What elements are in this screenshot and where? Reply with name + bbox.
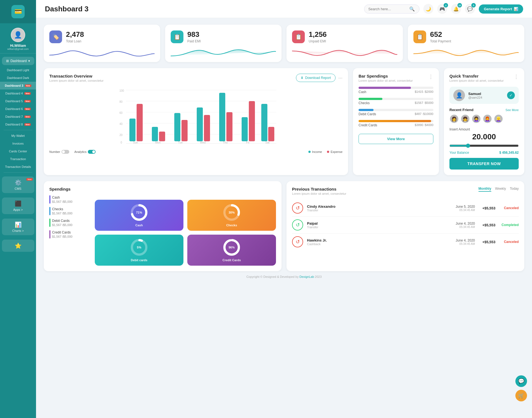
sidebar-item-dashboard8[interactable]: Dashboard 8 New <box>0 120 36 128</box>
footer: Copyright © Designed & Developed by Dexi… <box>44 271 524 282</box>
dashboard-dropdown-btn[interactable]: ⊞ Dashboard ▾ <box>2 57 34 65</box>
spending-debit-item: Debit Cards $1,567 /$5,000 <box>49 219 88 227</box>
sidebar-item-transaction-details[interactable]: Transaction Details <box>0 163 36 171</box>
friend-avatar-4[interactable]: 👩‍🦰 <box>483 114 492 124</box>
generate-report-button[interactable]: Generate Report 📊 <box>479 4 523 14</box>
sidebar-item-dashboard3[interactable]: Dashboard 3 New <box>0 82 36 89</box>
bar-spendings-subtitle: Lorem ipsum dolor sit amet, consectetur <box>359 79 413 82</box>
sidebar-item-dashboard5[interactable]: Dashboard 5 New <box>0 97 36 105</box>
page-title: Dashboard 3 <box>45 5 89 13</box>
tab-weekly[interactable]: Weekly <box>495 187 506 192</box>
sidebar-cms[interactable]: ⚙️ CMS New <box>2 176 34 193</box>
username: Hi,William <box>10 44 26 48</box>
txn-icon-1: ↺ <box>292 202 303 214</box>
svg-text:30%: 30% <box>229 211 235 214</box>
friend-avatar-5[interactable]: 👱‍♀️ <box>494 114 503 124</box>
txn-info-1: Cindy Alexandro Transfer <box>307 204 336 212</box>
txn-type-2: Transfer <box>307 225 318 229</box>
total-payment-sparkline <box>413 45 519 61</box>
friend-avatar-1[interactable]: 👩 <box>449 114 459 124</box>
download-icon: ⬇ <box>301 76 303 80</box>
txn-info-2: Paipal Transfer <box>307 221 318 229</box>
stat-card-unpaid-emi: 📋 1,256 Unpaid EMI <box>287 25 403 62</box>
star-icon: ⭐ <box>15 242 22 249</box>
transaction-overview-card: Transaction Overview Lorem ipsum dolor s… <box>44 68 348 175</box>
unpaid-emi-sparkline <box>292 45 397 61</box>
view-more-button[interactable]: View More <box>359 134 433 144</box>
header-right: 🔍 🌙 🎮 2 🔔 12 💬 5 Generate Report 📊 <box>364 4 523 14</box>
amount-slider[interactable] <box>449 143 519 148</box>
quick-transfer-more-btn[interactable]: ⋮ <box>514 74 519 80</box>
svg-rect-19 <box>129 119 135 141</box>
analytics-toggle[interactable] <box>88 150 96 154</box>
txn-type-1: Transfer <box>307 209 336 212</box>
tab-today[interactable]: Today <box>510 187 519 192</box>
download-report-button[interactable]: ⬇ Download Report <box>296 74 336 82</box>
float-support-btn[interactable]: 💬 <box>515 375 527 387</box>
sidebar-item-my-wallet[interactable]: My Wallet <box>0 132 36 140</box>
spendings-circles: 71% Cash 30% Checks <box>95 200 276 266</box>
notifications-btn[interactable]: 🎮 2 <box>437 4 447 14</box>
notif-badge-3: 5 <box>471 3 476 7</box>
messages-btn[interactable]: 💬 5 <box>465 4 475 14</box>
debit-circle-label: Debit cards <box>131 258 147 262</box>
total-loan-label: Total Loan <box>66 39 84 43</box>
stat-card-total-loan: 🏷️ 2,478 Total Loan <box>44 25 160 62</box>
search-bar: 🔍 <box>364 4 420 14</box>
footer-brand-link[interactable]: DexignLab <box>300 275 314 278</box>
sidebar-charts[interactable]: 📊 Charts > <box>2 219 34 235</box>
transfer-user-card: 👤 Samuel @sam224 ✓ <box>449 87 519 104</box>
svg-text:60: 60 <box>119 111 123 114</box>
more-options-btn[interactable]: ··· <box>338 75 342 81</box>
txn-info-3: Hawkins Jr. Cashback <box>307 238 327 246</box>
sidebar-item-label: Dashboard 3 <box>5 84 23 87</box>
sidebar-item-dashboard7[interactable]: Dashboard 7 New <box>0 113 36 120</box>
svg-text:80: 80 <box>119 100 123 103</box>
new-badge: New <box>24 116 30 118</box>
tab-monthly[interactable]: Monthly <box>479 187 491 192</box>
spending-item-cash-amounts: $1,567 /$5,000 <box>52 200 72 203</box>
expense-legend-label: Expense <box>331 150 342 153</box>
svg-rect-28 <box>181 120 188 141</box>
transaction-item-3: ↺ Hawkins Jr. Cashback June 4, 2020 05:3… <box>292 234 519 250</box>
float-cart-btn[interactable]: 🛒 <box>515 390 527 401</box>
main-grid: Transaction Overview Lorem ipsum dolor s… <box>44 68 524 175</box>
number-toggle[interactable] <box>62 150 69 154</box>
sidebar-item-cards-center[interactable]: Cards Center <box>0 147 36 155</box>
friend-avatar-3[interactable]: 👩‍🦱 <box>472 114 481 124</box>
logo-icon[interactable]: 💳 <box>11 5 25 18</box>
new-badge: New <box>24 108 30 110</box>
sidebar-item-transaction[interactable]: Transaction <box>0 155 36 163</box>
see-more-link[interactable]: See More <box>505 108 519 112</box>
quick-transfer-card: Quick Transfer Lorem ipsum dolor sit ame… <box>444 68 524 175</box>
svg-text:100: 100 <box>119 89 124 92</box>
svg-rect-32 <box>268 127 274 141</box>
total-payment-icon: 📋 <box>413 30 426 43</box>
sidebar-item-dashboard6[interactable]: Dashboard 6 New <box>0 105 36 113</box>
recent-friend-title: Recent Friend <box>449 108 474 112</box>
svg-text:5%: 5% <box>137 246 141 249</box>
friend-avatar-2[interactable]: 👧 <box>461 114 470 124</box>
unpaid-emi-icon: 📋 <box>292 30 305 43</box>
sidebar-apps[interactable]: ⬛ Apps > <box>2 198 34 214</box>
sidebar-item-dashboard4[interactable]: Dashboard 4 New <box>0 89 36 97</box>
sidebar-item-label: My Wallet <box>11 134 25 137</box>
floating-buttons: 💬 🛒 <box>515 375 527 401</box>
sidebar-item-dashboard-dark[interactable]: Dashboard Dark <box>0 74 36 82</box>
sidebar-item-dashboard-light[interactable]: Dashboard Light <box>0 66 36 74</box>
theme-toggle-btn[interactable]: 🌙 <box>423 4 433 14</box>
bar-spendings-more-btn[interactable]: ⋮ <box>428 74 433 80</box>
gamepad-icon: 🎮 <box>439 6 445 12</box>
paid-emi-label: Paid EMI <box>187 39 201 43</box>
sidebar-item-invoices[interactable]: Invoices <box>0 140 36 147</box>
search-input[interactable] <box>368 7 407 11</box>
bell-btn[interactable]: 🔔 12 <box>451 4 461 14</box>
main-content: Dashboard 3 🔍 🌙 🎮 2 🔔 12 💬 5 Gen <box>36 0 532 418</box>
txn-name-1: Cindy Alexandro <box>307 204 336 209</box>
txn-name-2: Paipal <box>307 221 318 225</box>
sidebar-star[interactable]: ⭐ <box>2 240 34 252</box>
unpaid-emi-label: Unpaid EMI <box>309 39 327 43</box>
transfer-now-button[interactable]: TRANSFER NOW <box>449 158 519 170</box>
prev-transactions-title: Previous Transactions <box>292 187 346 191</box>
spending-row-debit: Debit Cards $487 /$10000 <box>359 109 433 116</box>
